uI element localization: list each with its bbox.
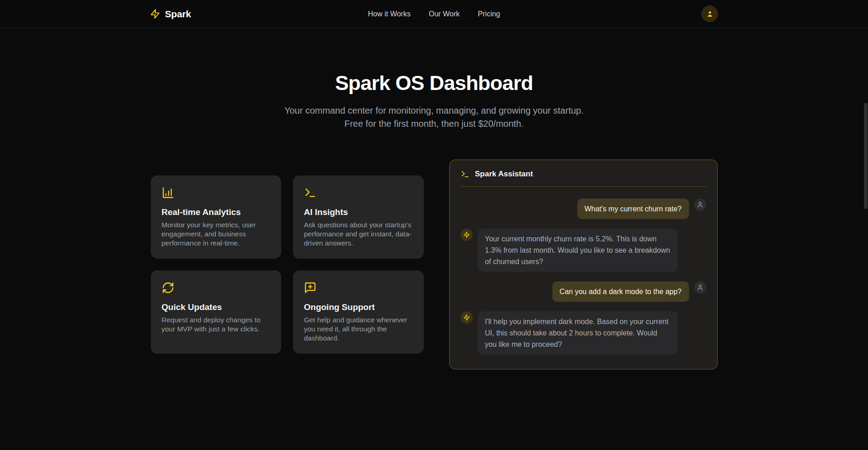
user-icon	[697, 284, 704, 291]
scrollbar-thumb[interactable]	[864, 103, 868, 209]
chat-message-assistant: Your current monthly churn rate is 5.2%.…	[461, 229, 706, 272]
feature-description: Ask questions about your startup's perfo…	[304, 220, 413, 248]
feature-description: Get help and guidance whenever you need …	[304, 315, 413, 343]
chart-column-icon	[162, 186, 271, 199]
chat-message-assistant: I'll help you implement dark mode. Based…	[461, 311, 706, 355]
user-message-bubble: Can you add a dark mode to the app?	[552, 281, 689, 302]
feature-grid: Real-time Analytics Monitor your key met…	[151, 175, 424, 354]
page-subtitle: Your command center for monitoring, mana…	[278, 104, 591, 130]
chat-messages: What's my current churn rate?	[450, 187, 717, 366]
nav-item-how-it-works[interactable]: How it Works	[368, 10, 411, 18]
terminal-icon	[461, 170, 470, 179]
feature-card-realtime-analytics: Real-time Analytics Monitor your key met…	[151, 175, 282, 259]
user-icon	[697, 201, 704, 208]
zap-icon	[463, 314, 470, 321]
zap-icon	[150, 9, 160, 19]
zap-icon	[463, 231, 470, 238]
assistant-message-bubble: Your current monthly churn rate is 5.2%.…	[478, 229, 678, 272]
user-avatar	[694, 199, 706, 211]
chat-message-user: Can you add a dark mode to the app?	[461, 281, 706, 302]
assistant-message-bubble: I'll help you implement dark mode. Based…	[478, 311, 678, 355]
brand-name: Spark	[165, 9, 191, 20]
feature-description: Monitor your key metrics, user engagemen…	[162, 220, 271, 248]
page-title: Spark OS Dashboard	[0, 71, 868, 95]
account-avatar-button[interactable]	[701, 5, 718, 22]
chat-message-user: What's my current churn rate?	[461, 199, 706, 219]
feature-title: Ongoing Support	[304, 302, 413, 312]
nav-links: How it Works Our Work Pricing	[368, 10, 500, 18]
feature-card-ai-insights: AI Insights Ask questions about your sta…	[293, 175, 424, 259]
message-square-plus-icon	[304, 281, 413, 294]
top-nav: Spark How it Works Our Work Pricing	[0, 0, 868, 28]
user-filled-icon	[706, 10, 714, 18]
user-message-bubble: What's my current churn rate?	[577, 199, 689, 219]
feature-title: Real-time Analytics	[162, 207, 271, 217]
main-content: Real-time Analytics Monitor your key met…	[151, 160, 718, 370]
feature-description: Request and deploy changes to your MVP w…	[162, 315, 271, 334]
assistant-panel-header: Spark Assistant	[450, 160, 717, 186]
terminal-icon	[304, 186, 413, 199]
feature-card-quick-updates: Quick Updates Request and deploy changes…	[151, 270, 282, 354]
feature-title: AI Insights	[304, 207, 413, 217]
hero-section: Spark OS Dashboard Your command center f…	[0, 71, 868, 130]
user-avatar	[694, 281, 706, 294]
feature-title: Quick Updates	[162, 302, 271, 312]
assistant-avatar	[461, 311, 473, 324]
nav-item-pricing[interactable]: Pricing	[478, 10, 500, 18]
assistant-panel-title: Spark Assistant	[475, 170, 533, 179]
assistant-avatar	[461, 229, 473, 241]
brand-logo[interactable]: Spark	[150, 9, 191, 20]
spark-assistant-panel: Spark Assistant What's my current churn …	[449, 160, 718, 370]
nav-item-our-work[interactable]: Our Work	[429, 10, 460, 18]
feature-card-ongoing-support: Ongoing Support Get help and guidance wh…	[293, 270, 424, 354]
refresh-icon	[162, 281, 271, 294]
